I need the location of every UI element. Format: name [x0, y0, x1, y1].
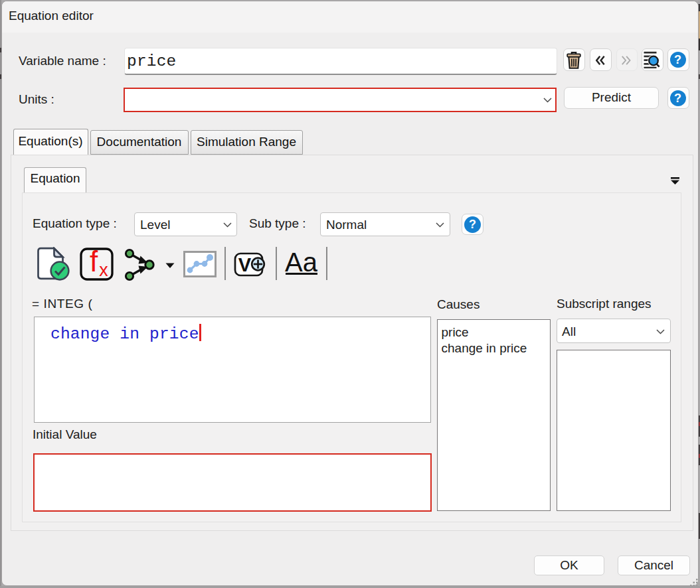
- svg-text:x: x: [99, 260, 108, 280]
- svg-text:V: V: [238, 254, 252, 275]
- svg-text:f: f: [90, 248, 98, 277]
